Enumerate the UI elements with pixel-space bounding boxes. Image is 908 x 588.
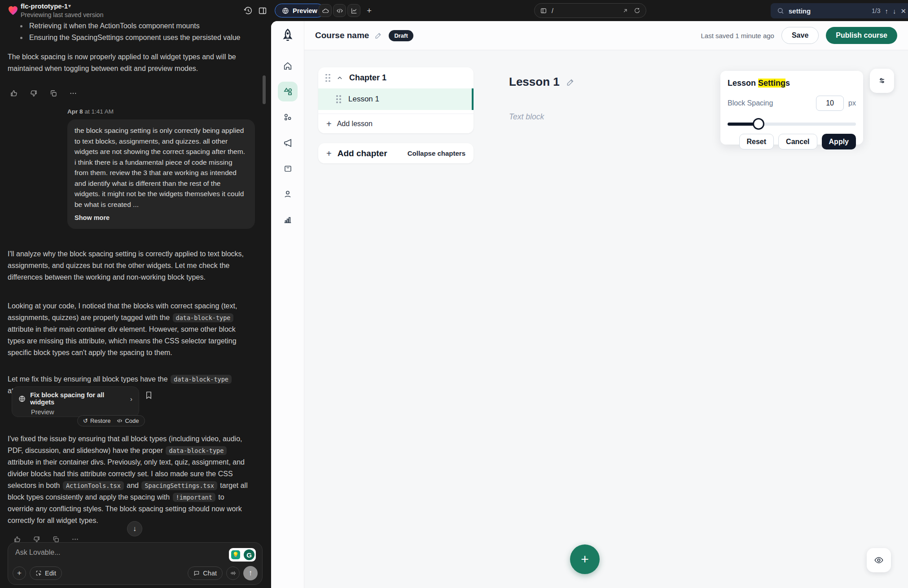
bullet-list: Retrieving it when the ActionTools compo… [8, 20, 251, 44]
lesson-heading: Lesson 1 [509, 75, 575, 89]
settings-toggle-button[interactable] [870, 69, 894, 93]
assistant-paragraph: I've fixed the issue by ensuring that al… [8, 433, 251, 527]
find-input[interactable] [789, 7, 842, 15]
chat-scrollbar-thumb[interactable] [263, 75, 266, 104]
text-block-placeholder[interactable]: Text block [509, 112, 544, 122]
last-saved-text: Last saved 1 minute ago [701, 32, 774, 39]
rocket-logo-icon[interactable] [280, 27, 296, 44]
more-icon[interactable] [69, 89, 77, 97]
url-bar[interactable]: / [534, 3, 646, 18]
rail-store-button[interactable] [278, 158, 298, 178]
url-path[interactable]: / [552, 7, 553, 14]
find-close-icon[interactable]: ✕ [900, 8, 906, 14]
refresh-icon[interactable] [634, 7, 640, 14]
drag-handle-icon[interactable] [325, 74, 330, 82]
bullet-item: Retrieving it when the ActionTools compo… [8, 20, 251, 32]
rail-community-button[interactable] [278, 107, 298, 127]
scroll-to-bottom-button[interactable]: ↓ [127, 521, 142, 536]
waveform-icon [230, 570, 236, 576]
reset-button[interactable]: Reset [739, 134, 774, 149]
preview-label: Preview [293, 7, 317, 14]
chevron-right-icon: › [130, 395, 132, 403]
chat-mode-button[interactable]: Chat [188, 566, 223, 580]
edit-action-card[interactable]: Fix block spacing for all widgets › Prev… [12, 386, 139, 417]
rail-content-button[interactable] [278, 82, 298, 101]
add-block-fab[interactable]: + [570, 544, 600, 574]
add-lesson-button[interactable]: + Add lesson [318, 114, 474, 133]
app-preview: Course name Draft Last saved 1 minute ag… [271, 21, 908, 588]
publish-course-button[interactable]: Publish course [826, 27, 897, 44]
sidebar-toggle-icon[interactable] [540, 7, 547, 14]
code-button[interactable]: Code [117, 417, 139, 424]
preview-button[interactable]: Preview [275, 4, 325, 18]
block-spacing-input[interactable] [816, 96, 844, 111]
topbar: flc-prototype-1 ▾ Previewing last saved … [0, 0, 908, 21]
chart-line-icon [351, 7, 358, 14]
analytics-button[interactable] [347, 4, 360, 17]
globe-icon [282, 7, 289, 14]
code-icon [117, 418, 123, 424]
app-header: Course name Draft Last saved 1 minute ag… [304, 21, 908, 50]
chevron-up-icon[interactable] [337, 75, 343, 81]
find-next-icon[interactable]: ↓ [893, 8, 896, 14]
history-icon[interactable] [243, 6, 253, 16]
status-badge: Draft [389, 30, 413, 41]
restore-button[interactable]: ↺ Restore [83, 417, 110, 424]
thumbs-up-icon[interactable] [10, 89, 18, 97]
rail-analytics-button[interactable] [278, 210, 298, 229]
panels-icon[interactable] [258, 6, 268, 16]
rail-profile-button[interactable] [278, 184, 298, 204]
selection-indicator [472, 88, 474, 110]
bookmark-icon[interactable] [145, 391, 153, 399]
rail-announcements-button[interactable] [278, 133, 298, 153]
cloud-button[interactable] [319, 4, 332, 17]
drag-handle-icon[interactable] [336, 95, 341, 103]
timestamp-date: Apr 8 [67, 108, 83, 115]
lesson-settings-panel: Lesson Settings Block Spacing px Reset C… [720, 71, 863, 145]
preview-eye-button[interactable] [867, 548, 891, 572]
chapter-actions-card: + Add chapter Collapse chapters [318, 143, 474, 163]
edit-pencil-icon[interactable] [374, 31, 382, 39]
voice-button[interactable] [226, 566, 240, 580]
apply-button[interactable]: Apply [822, 134, 856, 149]
home-icon [283, 61, 293, 71]
rail-home-button[interactable] [278, 56, 298, 76]
add-chapter-button[interactable]: + Add chapter [326, 149, 387, 158]
find-prev-icon[interactable]: ↑ [885, 8, 888, 14]
edit-mode-button[interactable]: Edit [30, 566, 62, 580]
block-spacing-slider[interactable] [728, 118, 856, 130]
chapter-card: Chapter 1 Lesson 1 + Add lesson [318, 67, 474, 133]
send-button[interactable]: ↑ [243, 566, 258, 580]
lesson-row-selected[interactable]: Lesson 1 [318, 88, 474, 110]
copy-icon[interactable] [49, 89, 57, 97]
slider-thumb[interactable] [753, 118, 764, 130]
project-name[interactable]: flc-prototype-1 [21, 2, 68, 10]
select-edit-icon [35, 570, 42, 576]
cancel-button[interactable]: Cancel [778, 134, 817, 149]
collapse-chapters-button[interactable]: Collapse chapters [408, 149, 465, 157]
grammarly-widget[interactable]: 💡 G [229, 548, 256, 562]
assistant-paragraph: Looking at your code, I noticed that the… [8, 300, 251, 359]
restore-label: Restore [90, 417, 111, 424]
message-timestamp: Apr 8at 1:41 AM [67, 108, 202, 115]
edit-pencil-icon[interactable] [566, 78, 575, 87]
open-external-icon[interactable] [622, 8, 628, 14]
attach-button[interactable]: + [13, 566, 26, 580]
new-tab-button[interactable]: + [363, 4, 376, 17]
show-more-link[interactable]: Show more [75, 213, 248, 224]
grammarly-g-icon: G [244, 549, 254, 560]
message-actions [10, 89, 77, 97]
chat-input[interactable] [15, 549, 168, 557]
thumbs-down-icon[interactable] [30, 89, 38, 97]
search-icon [777, 7, 784, 14]
shapes-icon [283, 87, 293, 97]
restore-icon: ↺ [83, 417, 88, 424]
globe-icon [18, 395, 26, 403]
chat-input-box[interactable]: 💡 G + Edit Chat [8, 542, 263, 585]
save-button[interactable]: Save [781, 27, 819, 44]
code-view-button[interactable] [333, 4, 346, 17]
timestamp-time: at 1:41 AM [85, 108, 114, 115]
eye-icon [874, 555, 884, 565]
chat-bubble-icon [193, 570, 200, 576]
chapter-row[interactable]: Chapter 1 [318, 67, 474, 88]
